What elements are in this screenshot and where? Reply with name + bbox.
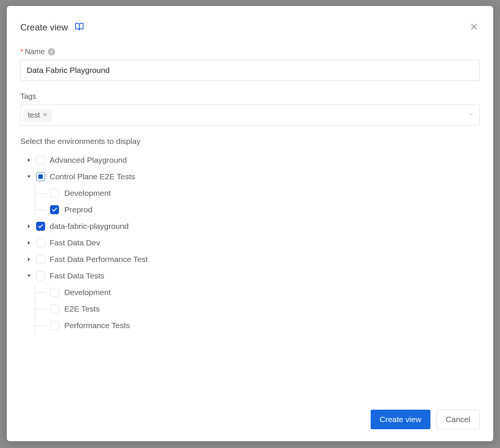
tree-children: DevelopmentPreprod: [35, 185, 480, 218]
select-env-label: Select the environments to display: [20, 137, 480, 146]
tree-node-label: Preprod: [64, 205, 92, 214]
tree-child-node[interactable]: Preprod: [35, 201, 480, 218]
name-label: *Name i: [20, 47, 480, 56]
tree-node[interactable]: Fast Data Dev: [26, 235, 480, 251]
name-input[interactable]: [20, 60, 480, 81]
tag-label: test: [28, 111, 40, 120]
chevron-right-icon[interactable]: [26, 224, 32, 228]
svg-marker-5: [27, 176, 31, 178]
checkbox[interactable]: [36, 255, 45, 264]
chevron-down-icon[interactable]: [26, 274, 32, 278]
tag-remove-icon[interactable]: [43, 112, 47, 118]
tree-node-label: Control Plane E2E Tests: [50, 172, 135, 181]
tree-child-node[interactable]: Performance Tests: [35, 317, 480, 334]
svg-marker-9: [27, 275, 31, 277]
svg-marker-7: [28, 241, 30, 245]
chevron-right-icon[interactable]: [26, 257, 32, 261]
checkbox[interactable]: [50, 189, 59, 198]
tree-node[interactable]: data-fabric-playground: [26, 218, 480, 235]
tags-section: Tags test: [20, 92, 480, 126]
chevron-right-icon[interactable]: [26, 158, 32, 162]
book-icon[interactable]: [75, 22, 84, 33]
tree-child-node[interactable]: E2E Tests: [35, 301, 480, 317]
checkbox[interactable]: [50, 321, 59, 330]
tree-node-label: Advanced Playground: [50, 156, 127, 165]
tree-node-label: E2E Tests: [64, 304, 100, 313]
checkbox[interactable]: [36, 172, 45, 181]
tree-node-label: Fast Data Dev: [50, 238, 100, 247]
chevron-right-icon[interactable]: [26, 241, 32, 245]
chevron-down-icon[interactable]: [26, 175, 32, 179]
tree-child-node[interactable]: Development: [35, 185, 480, 201]
tree-node-label: Performance Tests: [64, 321, 130, 330]
tree-node[interactable]: Fast Data Tests: [26, 268, 480, 284]
svg-marker-6: [28, 224, 30, 228]
svg-marker-8: [28, 257, 30, 261]
create-view-modal: Create view *Name i Tags test: [7, 6, 493, 441]
environment-tree: Advanced PlaygroundControl Plane E2E Tes…: [20, 152, 480, 334]
checkbox[interactable]: [36, 238, 45, 247]
chevron-down-icon[interactable]: [468, 111, 474, 119]
checkbox[interactable]: [50, 205, 59, 214]
create-view-button[interactable]: Create view: [371, 410, 430, 429]
modal-title: Create view: [20, 22, 68, 33]
checkbox[interactable]: [36, 222, 45, 231]
tree-node-label: Development: [64, 189, 111, 198]
tree-node[interactable]: Fast Data Performance Test: [26, 251, 480, 268]
tree-node[interactable]: Control Plane E2E Tests: [26, 168, 480, 185]
checkbox[interactable]: [50, 288, 59, 297]
tree-node-label: Fast Data Performance Test: [50, 255, 148, 264]
info-icon[interactable]: i: [48, 48, 55, 56]
title-group: Create view: [20, 22, 84, 33]
tree-child-node[interactable]: Development: [35, 284, 480, 301]
tags-label: Tags: [20, 92, 480, 101]
tree-node-label: data-fabric-playground: [50, 222, 129, 231]
checkbox[interactable]: [36, 271, 45, 280]
checkbox[interactable]: [50, 304, 59, 313]
name-section: *Name i: [20, 47, 480, 81]
tags-input[interactable]: test: [20, 104, 480, 126]
tree-children: DevelopmentE2E TestsPerformance Tests: [35, 284, 480, 334]
checkbox[interactable]: [36, 156, 45, 165]
modal-header: Create view: [20, 21, 480, 34]
svg-marker-4: [28, 158, 30, 162]
close-button[interactable]: [468, 21, 480, 34]
tag-chip: test: [24, 109, 52, 121]
tree-node-label: Fast Data Tests: [50, 271, 105, 280]
cancel-button[interactable]: Cancel: [436, 410, 480, 429]
tree-node[interactable]: Advanced Playground: [26, 152, 480, 168]
tree-node-label: Development: [64, 288, 111, 297]
modal-footer: Create view Cancel: [20, 410, 480, 429]
required-indicator: *: [20, 47, 23, 56]
